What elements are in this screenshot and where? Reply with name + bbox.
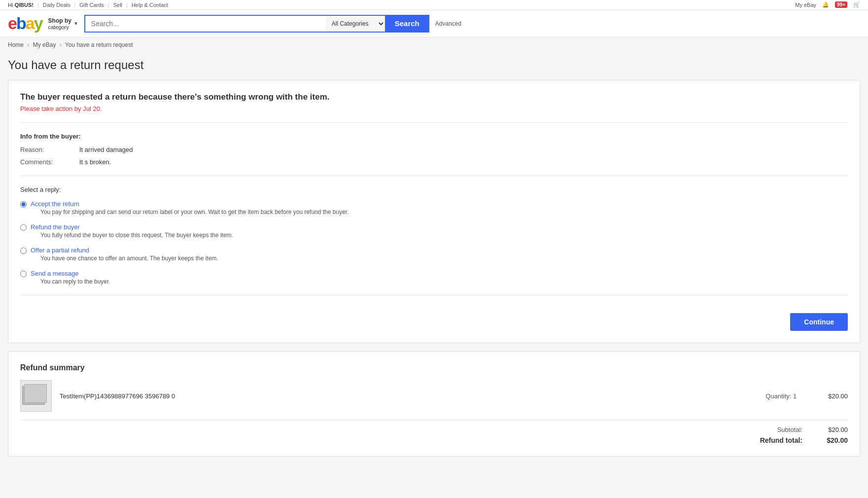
reply-option-message-title: Send a message xyxy=(31,270,110,277)
reply-radio-refund[interactable] xyxy=(20,224,27,231)
refund-summary-title: Refund summary xyxy=(20,363,848,372)
notification-bell-icon[interactable]: 🔔 xyxy=(822,1,829,8)
page-title: You have a return request xyxy=(8,58,860,72)
subtotal-label: Subtotal: xyxy=(777,426,802,433)
shop-by-text: Shop by category xyxy=(48,17,71,30)
utility-bar-left: Hi QIBUS! | Daily Deals | Gift Cards | S… xyxy=(8,2,168,8)
search-button[interactable]: Search xyxy=(385,15,429,33)
breadcrumb: Home › My eBay › You have a return reque… xyxy=(0,37,868,52)
logo-e: e xyxy=(8,14,16,33)
reply-option-accept-title: Accept the return xyxy=(31,200,349,208)
quantity-label: Quantity: xyxy=(765,392,791,400)
reply-option-message-desc: You can reply to the buyer. xyxy=(40,278,110,285)
breadcrumb-current: You have a return request xyxy=(65,41,133,48)
reply-option-refund-desc: You fully refund the buyer to close this… xyxy=(40,232,233,239)
reason-value: It arrived damaged xyxy=(79,146,133,153)
item-quantity: Quantity: 1 xyxy=(765,392,797,400)
logo-text: ebay xyxy=(8,14,42,33)
refund-total-value: $20.00 xyxy=(818,436,848,444)
item-name: TestItem(PP)1436988977696 3596789 0 xyxy=(60,392,758,400)
shop-by-category[interactable]: Shop by category ▼ xyxy=(48,17,78,30)
utility-bar: Hi QIBUS! | Daily Deals | Gift Cards | S… xyxy=(0,0,868,10)
shop-by-arrow-icon: ▼ xyxy=(73,21,78,26)
reply-option-accept: Accept the return You pay for shipping a… xyxy=(20,200,848,215)
item-thumbnail xyxy=(20,380,52,412)
reply-option-refund-label[interactable]: Refund the buyer You fully refund the bu… xyxy=(20,223,848,239)
reply-option-message: Send a message You can reply to the buye… xyxy=(20,270,848,285)
divider-3 xyxy=(20,295,848,295)
continue-button[interactable]: Continue xyxy=(790,313,848,331)
header: ebay Shop by category ▼ All Categories S… xyxy=(0,10,868,37)
item-details: TestItem(PP)1436988977696 3596789 0 xyxy=(60,392,758,400)
divider-1 xyxy=(20,122,848,123)
subtotal-row: Subtotal: $20.00 xyxy=(777,426,848,433)
shop-by-label: Shop by xyxy=(48,17,71,24)
shop-by-sublabel: category xyxy=(48,24,71,30)
reply-radio-message[interactable] xyxy=(20,271,27,277)
item-qty-price: Quantity: 1 $20.00 xyxy=(765,392,848,400)
reply-option-accept-desc: You pay for shipping and can send our re… xyxy=(40,209,349,215)
reply-radio-accept[interactable] xyxy=(20,201,27,208)
action-bar: Continue xyxy=(20,305,848,331)
buyer-info-title: Info from the buyer: xyxy=(20,133,848,140)
reply-option-accept-label[interactable]: Accept the return You pay for shipping a… xyxy=(20,200,848,215)
logo-b: b xyxy=(16,14,26,33)
buyer-info-section: Info from the buyer: Reason: It arrived … xyxy=(20,133,848,166)
logo[interactable]: ebay xyxy=(8,14,42,33)
reply-option-partial-title: Offer a partial refund xyxy=(31,247,218,254)
return-header: The buyer requested a return because the… xyxy=(20,92,848,112)
reply-section-title: Select a reply: xyxy=(20,186,848,193)
summary-totals: Subtotal: $20.00 Refund total: $20.00 xyxy=(20,420,848,444)
notification-badge: 99+ xyxy=(835,1,847,8)
refund-summary-card: Refund summary TestItem(PP)1436988977696… xyxy=(8,351,860,457)
cart-icon[interactable]: 🛒 xyxy=(853,1,860,8)
reply-option-partial: Offer a partial refund You have one chan… xyxy=(20,247,848,262)
search-input[interactable] xyxy=(84,15,326,33)
reason-label: Reason: xyxy=(20,146,79,153)
username[interactable]: QIBUS! xyxy=(14,2,34,8)
my-ebay-link[interactable]: My eBay xyxy=(795,2,816,8)
return-subtitle: Please take action by Jul 20. xyxy=(20,105,848,112)
reason-row: Reason: It arrived damaged xyxy=(20,146,848,153)
sell-link[interactable]: Sell xyxy=(113,2,122,8)
refund-total-label: Refund total: xyxy=(760,436,802,444)
item-price: $20.00 xyxy=(828,392,848,400)
reply-option-refund-title: Refund the buyer xyxy=(31,223,233,231)
comments-row: Comments: It s broken. xyxy=(20,158,848,166)
logo-y: y xyxy=(34,14,42,33)
reply-section: Select a reply: Accept the return You pa… xyxy=(20,186,848,285)
divider-2 xyxy=(20,176,848,176)
daily-deals-link[interactable]: Daily Deals xyxy=(43,2,70,8)
subtotal-value: $20.00 xyxy=(818,426,848,433)
reply-option-partial-desc: You have one chance to offer an amount. … xyxy=(40,255,218,262)
comments-label: Comments: xyxy=(20,158,79,166)
refund-total-row: Refund total: $20.00 xyxy=(760,436,848,444)
search-bar: All Categories Search xyxy=(84,15,429,33)
utility-bar-right: My eBay 🔔 99+ 🛒 xyxy=(795,1,860,8)
search-category-select[interactable]: All Categories xyxy=(326,15,385,33)
advanced-search-link[interactable]: Advanced xyxy=(435,20,461,27)
return-request-card: The buyer requested a return because the… xyxy=(8,80,860,343)
return-title: The buyer requested a return because the… xyxy=(20,92,848,102)
breadcrumb-home[interactable]: Home xyxy=(8,41,24,48)
page-title-section: You have a return request xyxy=(0,52,868,80)
refund-item: TestItem(PP)1436988977696 3596789 0 Quan… xyxy=(20,380,848,412)
gift-cards-link[interactable]: Gift Cards xyxy=(79,2,104,8)
reply-option-message-label[interactable]: Send a message You can reply to the buye… xyxy=(20,270,848,285)
greeting: Hi QIBUS! xyxy=(8,2,34,8)
breadcrumb-my-ebay[interactable]: My eBay xyxy=(33,41,56,48)
main-content: The buyer requested a return because the… xyxy=(0,80,868,468)
comments-value: It s broken. xyxy=(79,158,111,166)
reply-option-refund: Refund the buyer You fully refund the bu… xyxy=(20,223,848,239)
logo-a: a xyxy=(26,14,34,33)
reply-radio-partial[interactable] xyxy=(20,248,27,254)
quantity-value: 1 xyxy=(793,392,797,400)
reply-option-partial-label[interactable]: Offer a partial refund You have one chan… xyxy=(20,247,848,262)
help-contact-link[interactable]: Help & Contact xyxy=(132,2,168,8)
